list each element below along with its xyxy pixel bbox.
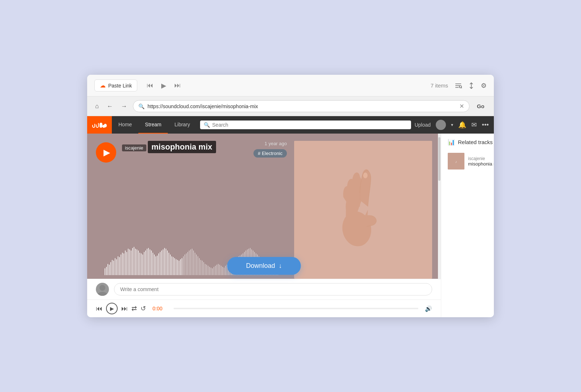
more-icon[interactable]: ••• [482, 121, 489, 129]
waveform-bar [128, 249, 129, 275]
waveform-bar [180, 259, 181, 275]
time-ago: 1 year ago [265, 141, 287, 146]
waveform-bar [189, 250, 190, 275]
sc-search-input[interactable] [212, 122, 407, 128]
waveform-bar [142, 254, 143, 275]
track-meta: 1 year ago # Electronic [243, 141, 287, 158]
track-player: ▶ iscajenie misophonia mix 1 year ago # … [87, 134, 441, 317]
player-repeat[interactable]: ↺ [141, 305, 146, 313]
nav-library[interactable]: Library [168, 116, 196, 134]
player-play-pause[interactable]: ▶ [106, 303, 118, 314]
waveform-bar [198, 256, 198, 275]
waveform-bar [129, 249, 130, 275]
volume-icon[interactable]: 🔊 [425, 305, 432, 312]
related-track-item: ♪ iscajenie misophonia mix ⋮ [448, 150, 494, 172]
toolbar-right: 7 items [431, 82, 487, 90]
sc-search-bar: 🔍 [200, 121, 411, 129]
waveform-bar [119, 257, 120, 275]
waveform-bar [176, 259, 176, 275]
player-shuffle[interactable]: ⇄ [131, 305, 137, 313]
svg-point-8 [439, 122, 443, 126]
avatar-dropdown-icon[interactable]: ▾ [451, 122, 453, 127]
nav-stream[interactable]: Stream [138, 116, 168, 134]
svg-point-13 [97, 292, 107, 296]
sc-nav-links: Home Stream Library [112, 116, 196, 134]
download-overlay: Download ↓ [227, 257, 301, 275]
waveform-bar [216, 265, 217, 275]
track-play-button[interactable]: ▶ [96, 142, 116, 163]
play-button[interactable]: ▶ [160, 80, 168, 91]
track-tag: # Electronic [253, 149, 287, 158]
paste-link-button[interactable]: ☁ Paste Link [94, 79, 137, 91]
settings-icon[interactable]: ⚙ [481, 82, 487, 90]
sc-navbar: Home Stream Library 🔍 Upload ▾ 🔔 ✉ ••• [87, 116, 494, 134]
waveform-bar [132, 248, 133, 275]
sc-logo [87, 116, 112, 134]
waveform-bar [123, 253, 124, 275]
waveform-bar [141, 253, 142, 275]
player-controls: ⏮ ▶ ⏭ ⇄ ↺ [96, 303, 146, 314]
waveform-bar [208, 266, 208, 275]
waveform-bar [137, 249, 137, 275]
sc-nav-right: Upload ▾ 🔔 ✉ ••• [415, 120, 494, 130]
back-button[interactable]: ← [105, 101, 115, 111]
waveform-bar [125, 250, 126, 275]
waveform-bar [161, 250, 162, 275]
track-artist: iscajenie [122, 144, 146, 151]
waveform-bar [131, 250, 131, 275]
forward-button[interactable]: → [119, 101, 129, 111]
download-label: Download [246, 262, 275, 270]
waveform-bar [115, 258, 115, 275]
messages-icon[interactable]: ✉ [471, 121, 477, 129]
waveform-bar [173, 257, 174, 275]
waveform-bar [219, 265, 220, 275]
player-skip-back[interactable]: ⏮ [96, 305, 102, 313]
waveform-bar [221, 266, 222, 275]
waveform-bar [174, 258, 175, 275]
url-clear-button[interactable]: ✕ [459, 103, 464, 110]
skip-forward-button[interactable]: ⏭ [173, 80, 182, 91]
download-button[interactable]: Download ↓ [227, 257, 301, 275]
main-content-area: ▶ iscajenie misophonia mix 1 year ago # … [87, 134, 494, 317]
search-list-icon[interactable] [455, 82, 462, 89]
comment-input[interactable] [114, 283, 432, 295]
sort-icon[interactable] [468, 82, 475, 89]
waveform-bar [193, 250, 194, 275]
url-bar: 🔍 ✕ [133, 100, 470, 112]
user-avatar[interactable] [436, 120, 446, 130]
waveform-bar [203, 262, 204, 275]
scrollbar[interactable] [438, 134, 441, 279]
waveform-bar [166, 249, 166, 275]
track-artwork [294, 141, 432, 279]
waveform-bar [184, 254, 185, 275]
scrollbar-thumb[interactable] [438, 137, 440, 181]
url-input[interactable] [147, 103, 456, 109]
player-skip-forward[interactable]: ⏭ [121, 305, 128, 313]
upload-button[interactable]: Upload [415, 122, 431, 128]
waveform-bar [158, 253, 159, 275]
waveform-bar [202, 261, 203, 275]
waveform-bar [177, 260, 178, 275]
toolbar: ☁ Paste Link ⏮ ▶ ⏭ 7 items [87, 75, 494, 97]
waveform-bar [153, 253, 153, 275]
paste-link-label: Paste Link [108, 83, 132, 89]
skip-back-button[interactable]: ⏮ [145, 80, 155, 91]
related-header: 📊 Related tracks View all [448, 139, 494, 146]
go-button[interactable]: Go [473, 101, 488, 111]
items-count: 7 items [431, 82, 448, 89]
waveform-bar [195, 253, 195, 275]
notifications-icon[interactable]: 🔔 [458, 121, 466, 129]
related-title-text: Related tracks [458, 139, 493, 145]
player-bar: ⏮ ▶ ⏭ ⇄ ↺ 0:00 🔊 [87, 299, 441, 317]
waveform-bar [179, 261, 179, 275]
waveform-bar [138, 250, 139, 275]
player-time: 0:00 [153, 306, 167, 311]
nav-home[interactable]: Home [112, 116, 138, 134]
play-icon: ▶ [103, 147, 110, 158]
player-progress-bar[interactable] [174, 308, 418, 309]
related-equalizer-icon: 📊 [448, 139, 455, 146]
waveform-bar [148, 248, 149, 275]
waveform-bar [211, 268, 211, 275]
svg-point-9 [437, 127, 444, 130]
home-button[interactable]: ⌂ [93, 101, 101, 111]
